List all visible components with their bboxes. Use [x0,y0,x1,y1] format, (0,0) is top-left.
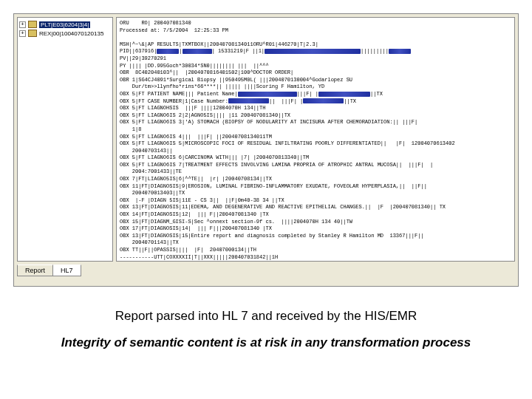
hl7-segment: OBX 5|FT LIAGNOHSIS |||F ||||12004070H 1… [120,105,511,112]
hl7-segment: OBX 7|FT|LIAGNO5IS|6|^^TE|| |r| |2004070… [120,176,511,183]
tree-item-label: REX|00|1004070120135 [39,30,103,37]
hl7-segment: OBX |-F |DIAGN 5IS|11E - CS 3|| ||F|0m40… [120,197,511,205]
tab-report[interactable]: Report [17,265,53,276]
hl7-segment: 2004070013403||TX [120,190,511,197]
tree-item[interactable]: +REX|00|1004070120135 [19,30,111,37]
app-window: +PLT|E03|6204|3|4|+REX|00|1004070120135 … [13,13,519,287]
hl7-segment: OBX 13|FT|DIAGNOSIS|11|EDEMA, AND DEGENE… [120,204,511,211]
redaction-icon [183,49,212,54]
hl7-segment: OBX 5|FT LIAGNO6IS 7|TREATMENT EFFECTS I… [120,162,511,169]
redaction-icon [238,92,297,97]
hl7-segment: PID||637916||| 15331219|F ||1|||||||||| [120,48,511,55]
hl7-segment: -----------UTT|COXXXXII|T||XXX|||||20040… [120,254,511,262]
hl7-message-pane[interactable]: ORU RO| 200407081340Processed at: 7/5/20… [116,17,515,262]
tree-pane[interactable]: +PLT|E03|6204|3|4|+REX|00|1004070120135 [17,17,113,262]
hl7-segment: OBX 5|FT LIAGNO6IS 3|'A) STOMACH (BIOPSY… [120,119,511,126]
hl7-segment: OBX 5|FT LIAGNO6IS 6|CARCINOMA WITH||| |… [120,154,511,162]
folder-icon [28,21,37,28]
hl7-segment: OBX 5|FT PATIENT NAME||| Patient Name|||… [120,91,511,98]
hl7-segment: PV||29|39270291 [120,55,511,63]
bottom-tabs: Report HL7 [17,265,518,276]
redaction-icon [389,49,411,54]
hl7-segment: Dur/tm>>llynfho*rins*66****|| ||||| ||||… [120,83,511,91]
hl7-segment: OBX 11|FT|DIAGNOSIS|9|EROSION, LUMINAL F… [120,183,511,191]
tree-item[interactable]: +PLT|E03|6204|3|4| [19,21,111,28]
expand-icon[interactable]: + [19,30,26,37]
hl7-segment: 20040701143||TX [120,239,511,247]
hl7-segment: OBX 14|FT|DIAGNOSIS|12| ||| F||200407081… [120,211,511,219]
hl7-segment: OBX 17|FT|DIAGNOSIS|14| ||| F|||20040708… [120,225,511,233]
hl7-segment: ORU RO| 200407081340 [120,20,511,27]
redaction-icon [157,49,179,54]
hl7-segment: OBX TT||F||OPASSIS|||| |F| 20407000134||… [120,247,511,254]
redaction-icon [228,98,269,103]
folder-icon [28,30,37,37]
hl7-segment: OBX 5|FT LIAGNO6IS 5|MICROSCOPIC FOCI OF… [120,140,511,148]
hl7-segment: 1|8 [120,126,511,134]
hl7-segment: Processed at: 7/5/2004 12:25:33 PM [120,27,511,35]
hl7-segment: PY |||| |DD.995Goch*30034*SN0|||||||| ||… [120,63,511,70]
slide: +PLT|E03|6204|3|4|+REX|00|1004070120135 … [0,0,532,399]
hl7-segment: OBX 5|FT LIAGNO6IS 4||| |||F| ||20040708… [120,134,511,141]
tab-hl7[interactable]: HL7 [52,265,81,276]
hl7-segment: OBR 1|SG4CJ4091*Surgical Biopsy ||950495… [120,77,511,84]
hl7-segment: OBR 8C402040103^|| |2004070816401502|100… [120,69,511,77]
hl7-segment: OBX 5|FT LIAGNO6IS 2|2|AGNO5IS|||| |11 2… [120,112,511,120]
split-panes: +PLT|E03|6204|3|4|+REX|00|1004070120135 … [14,14,518,262]
hl7-segment: 20040703143|| [120,148,511,155]
caption-line-2: Integrity of semantic content is at risk… [0,335,532,350]
tree-item-label: PLT|E03|6204|3|4| [39,21,90,28]
hl7-segment: OBX 13|FT|DIAGNOSIS|15|Entire report and… [120,233,511,240]
hl7-segment: OBX 15|FT|DIAGNM_GISI-S|Sec ^onnext sect… [120,219,511,226]
hl7-segment: OBX 5|FT CASE NUMBER|1|Case Number:|| ||… [120,98,511,106]
redaction-icon [318,92,370,97]
hl7-segment: MSH|^~\&|AP RESULTS|TXMTBOX||20040708134… [120,41,511,49]
caption-line-1: Report parsed into HL 7 and received by … [0,309,532,324]
expand-icon[interactable]: + [19,21,26,28]
redaction-icon [303,98,344,103]
hl7-segment: 2004:7001433||TE [120,168,511,176]
redaction-icon [265,49,361,54]
